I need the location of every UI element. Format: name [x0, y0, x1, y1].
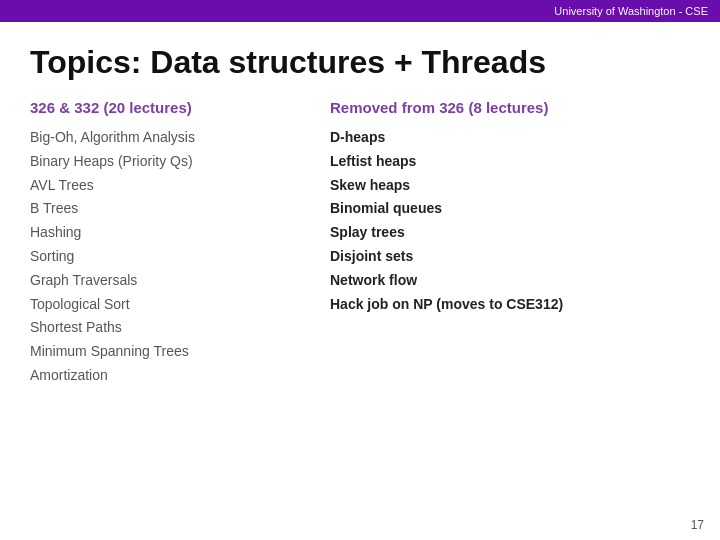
list-item: AVL Trees [30, 174, 330, 198]
list-item: Topological Sort [30, 293, 330, 317]
list-item: Big-Oh, Algorithm Analysis [30, 126, 330, 150]
page-title: Topics: Data structures + Threads [30, 44, 690, 81]
list-item: Hashing [30, 221, 330, 245]
list-item: Skew heaps [330, 174, 690, 198]
right-column: Removed from 326 (8 lectures) D-heapsLef… [330, 99, 690, 388]
right-list: D-heapsLeftist heapsSkew heapsBinomial q… [330, 126, 690, 316]
left-column: 326 & 332 (20 lectures) Big-Oh, Algorith… [30, 99, 330, 388]
list-item: Leftist heaps [330, 150, 690, 174]
list-item: Shortest Paths [30, 316, 330, 340]
list-item: B Trees [30, 197, 330, 221]
list-item: Sorting [30, 245, 330, 269]
left-column-header: 326 & 332 (20 lectures) [30, 99, 330, 116]
header-bar: University of Washington - CSE [0, 0, 720, 22]
list-item: Binomial queues [330, 197, 690, 221]
right-column-header: Removed from 326 (8 lectures) [330, 99, 690, 116]
list-item: Amortization [30, 364, 330, 388]
left-list: Big-Oh, Algorithm AnalysisBinary Heaps (… [30, 126, 330, 388]
list-item: D-heaps [330, 126, 690, 150]
list-item: Disjoint sets [330, 245, 690, 269]
page-number: 17 [691, 518, 704, 532]
institution-label: University of Washington - CSE [554, 5, 708, 17]
list-item: Minimum Spanning Trees [30, 340, 330, 364]
list-item: Network flow [330, 269, 690, 293]
list-item: Splay trees [330, 221, 690, 245]
list-item: Hack job on NP (moves to CSE312) [330, 293, 690, 317]
list-item: Binary Heaps (Priority Qs) [30, 150, 330, 174]
list-item: Graph Traversals [30, 269, 330, 293]
content-area: 326 & 332 (20 lectures) Big-Oh, Algorith… [30, 99, 690, 388]
